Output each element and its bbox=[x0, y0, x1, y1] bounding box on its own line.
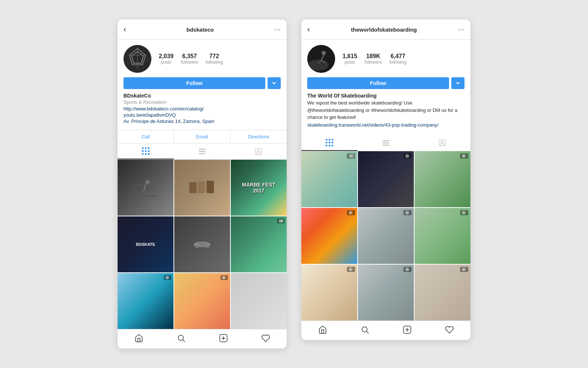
svg-point-50 bbox=[406, 212, 408, 213]
svg-point-54 bbox=[350, 269, 351, 270]
posts-count-1: 2,039 bbox=[159, 53, 173, 60]
email-button[interactable]: Email bbox=[174, 130, 231, 143]
grid-cell-2-6[interactable] bbox=[415, 208, 470, 264]
bio-link2-1[interactable]: youtu.be/e0apa8vmDVQ bbox=[123, 112, 281, 118]
following-label-1: following bbox=[205, 60, 223, 65]
follow-button-1[interactable]: Follow bbox=[123, 77, 265, 89]
nav-add-2[interactable] bbox=[403, 325, 412, 336]
nav-heart-1[interactable] bbox=[261, 334, 270, 344]
bottom-nav-1 bbox=[118, 329, 287, 348]
grid-cell-1-4[interactable]: BDSKATE bbox=[118, 216, 173, 272]
phone1-header: ‹ bdskateco ··· bbox=[118, 20, 287, 40]
photo-1-2 bbox=[174, 160, 230, 216]
grid-cell-1-1[interactable] bbox=[118, 160, 173, 216]
profile-section-1: 2,039 posts 6,357 followers 772 followin… bbox=[118, 40, 287, 93]
grid-cell-2-7[interactable] bbox=[301, 265, 357, 321]
svg-point-52 bbox=[463, 212, 465, 213]
stats-1: 2,039 posts 6,357 followers 772 followin… bbox=[159, 53, 281, 65]
photo-2-7 bbox=[301, 265, 357, 321]
svg-point-33 bbox=[308, 60, 329, 71]
nav-home-1[interactable] bbox=[135, 334, 143, 344]
svg-point-44 bbox=[406, 155, 408, 157]
stat-following-1: 772 following bbox=[205, 53, 223, 65]
tab-grid-1[interactable] bbox=[118, 144, 174, 159]
grid-cell-1-8[interactable] bbox=[174, 273, 230, 329]
svg-rect-14 bbox=[198, 181, 205, 193]
bio-name-1: BDskateCo bbox=[123, 93, 281, 99]
follow-dropdown-1[interactable] bbox=[268, 77, 281, 89]
more-button-1[interactable]: ··· bbox=[274, 26, 281, 33]
video-icon-1-8 bbox=[220, 275, 228, 280]
grid-cell-1-3[interactable]: MARBE FEST2017 bbox=[231, 160, 287, 216]
nav-search-1[interactable] bbox=[177, 334, 186, 344]
svg-marker-22 bbox=[282, 220, 283, 222]
grid-cell-1-6[interactable] bbox=[231, 216, 287, 272]
grid-cell-2-2[interactable] bbox=[358, 151, 414, 207]
photo-1-5 bbox=[174, 216, 230, 272]
posts-label-2: posts bbox=[345, 60, 355, 65]
svg-point-16 bbox=[194, 242, 210, 247]
grid-cell-1-9[interactable] bbox=[231, 273, 287, 329]
photo-2-5 bbox=[358, 208, 414, 264]
video-icon-2-2 bbox=[404, 153, 412, 159]
svg-point-48 bbox=[350, 212, 351, 213]
bio-name-2: The World Of Skateboarding bbox=[307, 93, 465, 99]
svg-point-39 bbox=[441, 141, 444, 143]
posts-count-2: 1,615 bbox=[343, 53, 357, 60]
photo-1-9 bbox=[231, 273, 287, 329]
photo-2-3 bbox=[415, 151, 470, 207]
video-icon-2-7 bbox=[347, 267, 355, 272]
video-icon-1-6 bbox=[277, 219, 284, 223]
tab-grid-2[interactable] bbox=[301, 135, 358, 151]
grid-cell-2-1[interactable] bbox=[301, 151, 357, 207]
bio-address-1: Av. Príncipe de Asturias 14, Zamora, Spa… bbox=[123, 118, 281, 124]
nav-add-1[interactable] bbox=[219, 334, 228, 344]
tab-list-1[interactable] bbox=[174, 144, 230, 159]
nav-heart-2[interactable] bbox=[445, 325, 454, 336]
posts-label-1: posts bbox=[161, 60, 172, 65]
photo-1-8 bbox=[174, 273, 230, 329]
tab-list-2[interactable] bbox=[358, 135, 414, 151]
grid-cell-2-3[interactable] bbox=[415, 151, 470, 207]
phone-2: ‹ theworldofskateboarding ··· bbox=[301, 20, 470, 340]
follow-button-2[interactable]: Follow bbox=[307, 77, 449, 89]
bio-link-2[interactable]: skateboarding.transworld.net/videos/43-p… bbox=[307, 122, 465, 128]
photo-grid-1: MARBE FEST2017 BDSKATE bbox=[118, 160, 287, 329]
bio-section-1: BDskateCo Sports & Recreation http://www… bbox=[118, 93, 287, 128]
directions-button[interactable]: Directions bbox=[230, 130, 287, 143]
more-button-2[interactable]: ··· bbox=[458, 26, 465, 33]
svg-rect-13 bbox=[189, 182, 197, 193]
nav-home-2[interactable] bbox=[318, 325, 327, 336]
followers-count-2: 189K bbox=[366, 53, 380, 60]
svg-point-46 bbox=[463, 155, 465, 157]
action-row-1: Call Email Directions bbox=[118, 130, 287, 144]
back-button-2[interactable]: ‹ bbox=[307, 25, 310, 34]
back-button-1[interactable]: ‹ bbox=[123, 25, 126, 34]
grid-cell-2-4[interactable] bbox=[301, 208, 357, 264]
nav-search-2[interactable] bbox=[361, 325, 369, 336]
grid-cell-1-2[interactable] bbox=[174, 160, 230, 216]
tabs-row-2 bbox=[301, 135, 470, 151]
grid-cell-2-9[interactable] bbox=[415, 265, 470, 321]
grid-cell-1-5[interactable] bbox=[174, 216, 230, 272]
svg-point-56 bbox=[406, 269, 408, 270]
svg-point-24 bbox=[167, 277, 168, 278]
stats-2: 1,615 posts 189K followers 6,477 followi… bbox=[343, 53, 465, 65]
video-icon-2-5 bbox=[404, 210, 412, 215]
call-button[interactable]: Call bbox=[118, 130, 174, 143]
follow-dropdown-2[interactable] bbox=[451, 77, 465, 89]
stat-following-2: 6,477 following bbox=[389, 53, 406, 65]
grid-cell-2-8[interactable] bbox=[358, 265, 414, 321]
avatar-1 bbox=[123, 45, 151, 73]
bio-link1-1[interactable]: http://www.bdskateco.com/en/catalog/ bbox=[123, 106, 281, 112]
svg-point-7 bbox=[258, 150, 260, 152]
grid-cell-2-5[interactable] bbox=[358, 208, 414, 264]
grid-cell-1-7[interactable] bbox=[118, 273, 173, 329]
photo-2-1 bbox=[301, 151, 357, 207]
profile-top-2: 1,615 posts 189K followers 6,477 followi… bbox=[307, 45, 465, 73]
tab-tag-1[interactable] bbox=[230, 144, 287, 159]
stat-followers-1: 6,357 followers bbox=[181, 53, 198, 65]
tab-tag-2[interactable] bbox=[414, 135, 470, 151]
video-icon-2-1 bbox=[347, 153, 355, 159]
svg-point-11 bbox=[145, 180, 150, 184]
